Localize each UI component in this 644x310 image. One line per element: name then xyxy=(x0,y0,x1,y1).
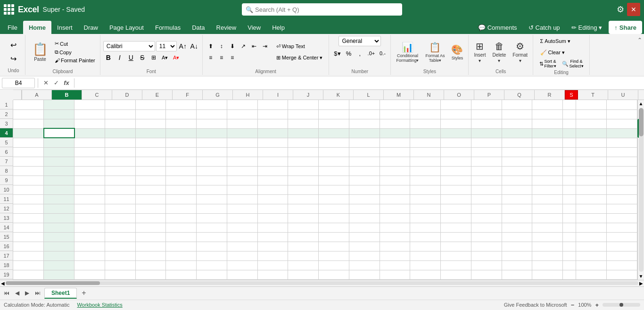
grid-cell[interactable] xyxy=(135,176,166,185)
grid-cell[interactable] xyxy=(607,270,637,279)
grid-cell[interactable] xyxy=(74,176,105,185)
align-top-button[interactable]: ⬆ xyxy=(206,41,216,51)
col-header-S[interactable]: S xyxy=(565,90,578,100)
grid-cell[interactable] xyxy=(410,100,441,109)
grid-cell[interactable] xyxy=(166,166,197,176)
grid-cell[interactable] xyxy=(13,232,44,242)
grid-cell[interactable] xyxy=(197,260,227,270)
grid-cell[interactable] xyxy=(257,185,288,194)
grid-cell[interactable] xyxy=(471,109,502,119)
col-header-I[interactable]: I xyxy=(263,90,293,100)
grid-cell[interactable] xyxy=(197,242,227,251)
row-header-12[interactable]: 12 xyxy=(0,204,13,213)
grid-cell[interactable] xyxy=(257,232,288,242)
grid-cell[interactable] xyxy=(441,213,471,223)
grid-cell[interactable] xyxy=(257,128,288,138)
grid-cell[interactable] xyxy=(563,128,576,138)
grid-cell[interactable] xyxy=(410,232,441,242)
grid-cell[interactable] xyxy=(227,185,257,194)
grid-cell[interactable] xyxy=(349,176,380,185)
grid-cell[interactable] xyxy=(563,157,576,166)
grid-cell[interactable] xyxy=(471,242,502,251)
grid-cell[interactable] xyxy=(197,157,227,166)
grid-cell[interactable] xyxy=(74,100,105,109)
grid-cell[interactable] xyxy=(349,147,380,157)
tab-formulas[interactable]: Formulas xyxy=(149,21,186,34)
col-header-O[interactable]: O xyxy=(444,90,474,100)
grid-cell[interactable] xyxy=(197,147,227,157)
sort-filter-button[interactable]: ⇅ Sort &Filter▾ xyxy=(537,59,559,69)
number-format-select[interactable]: General xyxy=(339,36,381,46)
grid-cell[interactable] xyxy=(502,176,532,185)
grid-cell[interactable] xyxy=(563,260,576,270)
grid-cell[interactable] xyxy=(349,213,380,223)
grid-cell[interactable] xyxy=(44,128,74,138)
font-size-select[interactable]: 11 xyxy=(156,41,177,51)
sheet-nav-first[interactable]: ⏮ xyxy=(2,289,11,297)
grid-cell[interactable] xyxy=(441,204,471,213)
grid-cell[interactable] xyxy=(135,242,166,251)
grid-cell[interactable] xyxy=(257,109,288,119)
tab-review[interactable]: Review xyxy=(211,21,242,34)
grid-cell[interactable] xyxy=(227,157,257,166)
row-header-13[interactable]: 13 xyxy=(0,213,13,223)
grid-cell[interactable] xyxy=(532,147,563,157)
grid-cell[interactable] xyxy=(349,119,380,128)
waffle-icon[interactable] xyxy=(4,4,14,15)
grid-cell[interactable] xyxy=(105,147,135,157)
grid-cell[interactable] xyxy=(319,128,349,138)
hscroll-thumb[interactable] xyxy=(6,281,100,285)
grid-cell[interactable] xyxy=(13,251,44,260)
grid-cell[interactable] xyxy=(135,166,166,176)
grid-cell[interactable] xyxy=(563,138,576,147)
grid-cell[interactable] xyxy=(576,166,607,176)
grid-cell[interactable] xyxy=(607,194,637,204)
grid-cell[interactable] xyxy=(441,157,471,166)
grid-cell[interactable] xyxy=(319,100,349,109)
grid-cell[interactable] xyxy=(135,223,166,232)
grid-cell[interactable] xyxy=(257,176,288,185)
grid-cell[interactable] xyxy=(532,223,563,232)
grid-cell[interactable] xyxy=(349,138,380,147)
col-header-U[interactable]: U xyxy=(608,90,638,100)
grid-cell[interactable] xyxy=(105,109,135,119)
grid-cell[interactable] xyxy=(471,260,502,270)
grid-cell[interactable] xyxy=(288,194,319,204)
grid-cell[interactable] xyxy=(576,176,607,185)
grid-cell[interactable] xyxy=(502,185,532,194)
col-header-P[interactable]: P xyxy=(474,90,504,100)
wrap-text-button[interactable]: ⏎ Wrap Text xyxy=(273,41,326,51)
grid-cell[interactable] xyxy=(13,166,44,176)
grid-cell[interactable] xyxy=(471,232,502,242)
align-bottom-button[interactable]: ⬇ xyxy=(227,41,238,51)
grid-cell[interactable] xyxy=(74,119,105,128)
grid-cell[interactable] xyxy=(135,204,166,213)
grid-cell[interactable] xyxy=(319,270,349,279)
grid-cell[interactable] xyxy=(441,242,471,251)
grid-cell[interactable] xyxy=(319,185,349,194)
grid-cell[interactable] xyxy=(13,157,44,166)
grid-cell[interactable] xyxy=(288,242,319,251)
grid-cell[interactable] xyxy=(166,242,197,251)
grid-cell[interactable] xyxy=(441,119,471,128)
row-header-18[interactable]: 18 xyxy=(0,260,13,270)
grid-cell[interactable] xyxy=(410,109,441,119)
grid-cell[interactable] xyxy=(380,176,410,185)
grid-cell[interactable] xyxy=(607,166,637,176)
grid-cell[interactable] xyxy=(576,185,607,194)
grid-cell[interactable] xyxy=(349,251,380,260)
row-header-19[interactable]: 19 xyxy=(0,270,13,279)
grid-cell[interactable] xyxy=(607,204,637,213)
grid-cell[interactable] xyxy=(197,176,227,185)
grid-cell[interactable] xyxy=(380,128,410,138)
grid-cell[interactable] xyxy=(563,223,576,232)
scroll-down-button[interactable]: ▼ xyxy=(638,273,644,280)
grid-cell[interactable] xyxy=(349,157,380,166)
grid-cell[interactable] xyxy=(502,100,532,109)
grid-cell[interactable] xyxy=(380,147,410,157)
grid-cell[interactable] xyxy=(74,270,105,279)
grid-cell[interactable] xyxy=(166,128,197,138)
grid-cell[interactable] xyxy=(380,185,410,194)
grid-cell[interactable] xyxy=(380,194,410,204)
grid-cell[interactable] xyxy=(319,166,349,176)
